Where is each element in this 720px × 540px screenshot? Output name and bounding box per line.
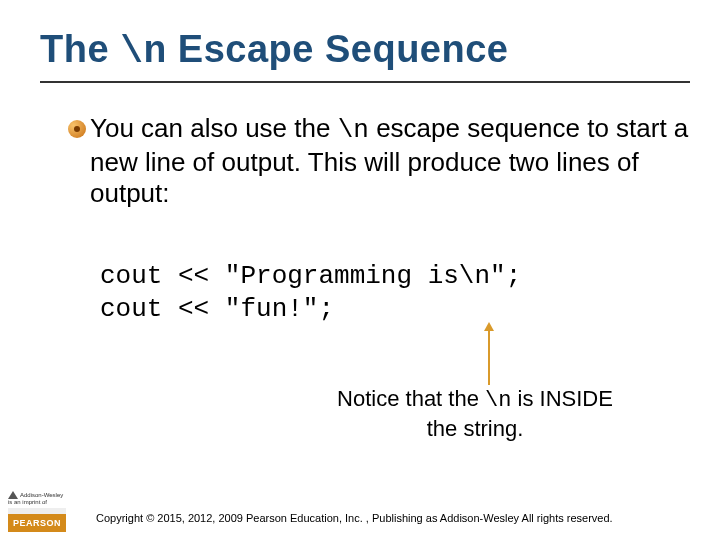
- bullet-item: You can also use the \n escape sequence …: [68, 113, 690, 210]
- footer: Addison-Wesley is an imprint of PEARSON …: [0, 491, 720, 532]
- triangle-icon: [8, 491, 18, 499]
- annotation-text: Notice that the \n is INSIDE the string.: [260, 385, 690, 442]
- copyright-text: Copyright © 2015, 2012, 2009 Pearson Edu…: [90, 512, 720, 532]
- slide-title: The \n Escape Sequence: [40, 28, 690, 73]
- title-pre: The: [40, 28, 120, 70]
- bullet-pre: You can also use the: [90, 113, 338, 143]
- arrow-up-icon: [488, 330, 490, 385]
- pearson-logo: PEARSON: [8, 508, 66, 532]
- aw-line2: is an imprint of: [8, 499, 47, 505]
- title-code: \n: [120, 30, 167, 73]
- aw-line1: Addison-Wesley: [20, 491, 63, 497]
- code-block: cout << "Programming is\n"; cout << "fun…: [100, 260, 690, 325]
- addison-wesley-logo: Addison-Wesley is an imprint of: [8, 491, 90, 505]
- publisher-logos: Addison-Wesley is an imprint of PEARSON: [0, 491, 90, 532]
- annotation-callout: Notice that the \n is INSIDE the string.: [260, 385, 690, 442]
- bullet-icon: [68, 120, 86, 138]
- annotation-mid: is INSIDE: [511, 386, 612, 411]
- annotation-line2: the string.: [427, 416, 524, 441]
- code-line-1: cout << "Programming is\n";: [100, 261, 521, 291]
- annotation-pre: Notice that the: [337, 386, 485, 411]
- title-divider: [40, 81, 690, 83]
- code-line-2: cout << "fun!";: [100, 294, 334, 324]
- title-post: Escape Sequence: [167, 28, 509, 70]
- bullet-text: You can also use the \n escape sequence …: [90, 113, 690, 210]
- annotation-code: \n: [485, 388, 511, 413]
- bullet-code: \n: [338, 115, 369, 145]
